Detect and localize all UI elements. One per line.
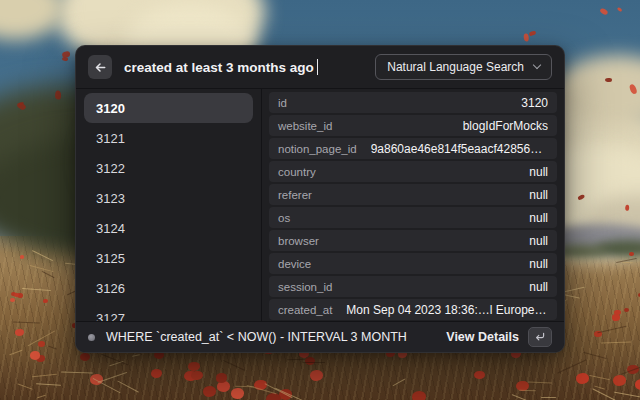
list-item[interactable]: 3123 (84, 183, 253, 213)
list-item-label: 3121 (96, 131, 125, 146)
detail-row[interactable]: website_id blogIdForMocks (269, 115, 557, 136)
detail-key: session_id (278, 281, 332, 293)
detail-value: 9a860ae46e814f5eaacf42856c78c26a (371, 142, 548, 156)
detail-key: country (278, 166, 316, 178)
poppy-flower (474, 371, 485, 380)
detail-key: device (278, 258, 311, 270)
poppy-flower (43, 299, 48, 303)
detail-value: blogIdForMocks (463, 119, 548, 133)
return-arrow-icon (534, 331, 546, 343)
poppy-flower (216, 373, 228, 383)
sql-preview: WHERE `created_at` < NOW() - INTERVAL 3 … (106, 330, 407, 344)
result-list: 3120 3121 3122 3123 3124 3125 3126 3127 (76, 89, 262, 321)
list-item-label: 3127 (96, 311, 125, 322)
search-query-text: created at least 3 months ago (124, 60, 314, 75)
poppy-flower (613, 375, 626, 386)
detail-value: null (529, 188, 548, 202)
detail-row[interactable]: created_at Mon Sep 04 2023 18:36:…l Euro… (269, 299, 557, 320)
detail-value: null (529, 257, 548, 271)
view-details-action[interactable]: View Details (446, 327, 552, 347)
floating-petal (523, 33, 528, 41)
detail-key: created_at (278, 304, 332, 316)
poppy-flower (310, 370, 323, 381)
poppy-flower (612, 314, 620, 320)
footer-bar: WHERE `created_at` < NOW() - INTERVAL 3 … (76, 321, 564, 352)
detail-key: os (278, 212, 290, 224)
detail-row[interactable]: browser null (269, 230, 557, 251)
detail-row[interactable]: id 3120 (269, 92, 557, 113)
detail-value: null (529, 234, 548, 248)
detail-row[interactable]: os null (269, 207, 557, 228)
detail-key: referer (278, 189, 312, 201)
view-details-label: View Details (446, 330, 519, 344)
search-bar: created at least 3 months ago Natural La… (76, 46, 564, 89)
detail-row[interactable]: country null (269, 161, 557, 182)
list-item[interactable]: 3121 (84, 123, 253, 153)
detail-key: notion_page_id (278, 143, 357, 155)
poppy-flower (231, 388, 244, 398)
detail-row[interactable]: session_id null (269, 276, 557, 297)
enter-key-button[interactable] (528, 327, 552, 347)
poppy-flower (188, 362, 200, 372)
command-palette-window: created at least 3 months ago Natural La… (75, 45, 565, 353)
detail-value: Mon Sep 04 2023 18:36:…l European Summer… (346, 303, 548, 317)
poppy-flower (10, 298, 15, 302)
arrow-left-icon (94, 61, 107, 74)
list-item[interactable]: 3124 (84, 213, 253, 243)
poppy-flower (80, 353, 90, 361)
list-item-label: 3123 (96, 191, 125, 206)
detail-row[interactable]: referer null (269, 184, 557, 205)
detail-value: null (529, 280, 548, 294)
list-item-label: 3125 (96, 251, 125, 266)
detail-key: id (278, 97, 287, 109)
poppy-flower (20, 255, 24, 259)
list-item[interactable]: 3127 (84, 303, 253, 321)
detail-panel: id 3120 website_id blogIdForMocks notion… (262, 89, 564, 321)
poppy-flower (412, 391, 427, 400)
list-item[interactable]: 3126 (84, 273, 253, 303)
poppy-flower (629, 252, 634, 256)
detail-value: null (529, 211, 548, 225)
list-item-label: 3120 (96, 101, 125, 116)
text-caret (317, 59, 319, 75)
floating-petal (55, 90, 62, 99)
search-mode-dropdown[interactable]: Natural Language Search (375, 54, 552, 80)
content-area: 3120 3121 3122 3123 3124 3125 3126 3127 … (76, 89, 564, 321)
detail-key: website_id (278, 120, 332, 132)
list-item[interactable]: 3120 (84, 93, 253, 123)
chevron-down-icon (533, 61, 541, 69)
poppy-flower (15, 329, 24, 336)
back-button[interactable] (88, 55, 112, 79)
status-dot-icon (88, 334, 95, 341)
search-input[interactable]: created at least 3 months ago (124, 59, 318, 75)
poppy-flower (30, 351, 40, 359)
detail-row[interactable]: device null (269, 253, 557, 274)
list-item-label: 3124 (96, 221, 125, 236)
detail-value: 3120 (521, 96, 548, 110)
list-item-label: 3126 (96, 281, 125, 296)
detail-value: null (529, 165, 548, 179)
list-item-label: 3122 (96, 161, 125, 176)
detail-row[interactable]: notion_page_id 9a860ae46e814f5eaacf42856… (269, 138, 557, 159)
search-mode-label: Natural Language Search (387, 60, 524, 74)
detail-key: browser (278, 235, 319, 247)
list-item[interactable]: 3125 (84, 243, 253, 273)
list-item[interactable]: 3122 (84, 153, 253, 183)
